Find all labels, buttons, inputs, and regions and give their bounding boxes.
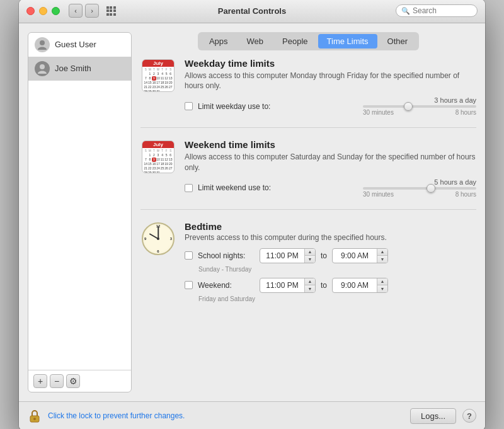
school-nights-end-decrement[interactable]: ▼ <box>377 256 387 263</box>
school-nights-start-time: 11:00 PM <box>260 248 304 263</box>
clock-9: 9 <box>144 237 146 241</box>
weekend-slider-labels: 30 minutes 8 hours <box>363 191 476 198</box>
bedtime-weekend-start-spinner-buttons: ▲ ▼ <box>304 278 315 293</box>
bedtime-section: 12 3 6 9 Bedtime Prevents access to this… <box>140 221 476 307</box>
sidebar: Guest User Joe Smith + − ⚙ <box>28 32 132 392</box>
weekday-checkbox[interactable] <box>185 102 193 110</box>
cal-month-weekday: July <box>142 60 174 67</box>
close-button[interactable] <box>26 7 35 15</box>
weekday-slider-container: 3 hours a day 30 minutes 8 hours <box>275 96 476 116</box>
clock-icon: 12 3 6 9 <box>142 222 175 255</box>
cal-grid-weekend: SMTWTFS 123456 78910111213 1415161718192… <box>142 148 174 173</box>
weekend-calendar-icon: July SMTWTFS 123456 78910111213 14151617… <box>140 139 176 174</box>
weekday-section: July SMTWTFS 123456 78910111213 14151617… <box>140 58 476 117</box>
school-nights-start-spinner[interactable]: 11:00 PM ▲ ▼ <box>260 248 316 263</box>
weekday-limit-label: Limit weekday use to: <box>198 102 270 111</box>
sidebar-item-guest-user[interactable]: Guest User <box>28 33 131 57</box>
sidebar-user-list: Guest User Joe Smith <box>28 33 131 370</box>
svg-point-0 <box>40 40 45 45</box>
divider-1 <box>140 127 476 128</box>
school-nights-end-increment[interactable]: ▲ <box>377 248 387 256</box>
add-user-button[interactable]: + <box>33 374 47 388</box>
weekday-slider-min: 30 minutes <box>363 109 394 116</box>
weekend-title: Weekend time limits <box>185 139 476 150</box>
bedtime-form: Bedtime Prevents access to this computer… <box>185 221 476 307</box>
weekend-limit-label: Limit weekend use to: <box>198 183 271 192</box>
tab-apps[interactable]: Apps <box>200 34 237 49</box>
clock-minute-hand <box>158 226 159 239</box>
tab-web[interactable]: Web <box>238 34 273 49</box>
logs-button[interactable]: Logs... <box>410 408 456 424</box>
school-nights-start-increment[interactable]: ▲ <box>305 248 315 256</box>
bedtime-weekend-start-increment[interactable]: ▲ <box>305 278 315 285</box>
weekend-slider-thumb[interactable] <box>427 184 435 193</box>
help-button[interactable]: ? <box>462 409 476 423</box>
weekend-slider-track[interactable] <box>363 187 476 190</box>
school-nights-start-decrement[interactable]: ▼ <box>305 256 315 263</box>
school-nights-start-spinner-buttons: ▲ ▼ <box>304 248 315 263</box>
weekday-slider-thumb[interactable] <box>404 102 413 111</box>
avatar-guest <box>35 37 50 52</box>
main-window: ‹ › Parental Controls 🔍 <box>19 0 485 429</box>
svg-point-1 <box>40 64 45 69</box>
grid-view-button[interactable] <box>104 4 118 18</box>
divider-2 <box>140 209 476 210</box>
bedtime-weekend-start-decrement[interactable]: ▼ <box>305 285 315 293</box>
maximize-button[interactable] <box>52 7 60 15</box>
weekend-slider-container: 5 hours a day 30 minutes 8 hours <box>276 178 476 198</box>
weekday-desc: Allows access to this computer Monday th… <box>185 71 476 92</box>
school-nights-end-time: 9:00 AM <box>333 248 377 263</box>
bedtime-weekend-start-time: 11:00 PM <box>260 278 304 293</box>
search-box[interactable]: 🔍 <box>396 4 478 17</box>
bedtime-weekend-checkbox[interactable] <box>185 281 193 289</box>
content-area: Guest User Joe Smith + − ⚙ Apps Web <box>19 23 485 401</box>
tab-other[interactable]: Other <box>379 34 417 49</box>
clock-icon-container: 12 3 6 9 <box>140 221 176 256</box>
weekend-checkbox[interactable] <box>185 184 193 192</box>
search-input[interactable] <box>413 6 469 15</box>
minimize-button[interactable] <box>39 7 47 15</box>
school-nights-label: School nights: <box>198 251 255 260</box>
avatar-joe <box>35 61 50 76</box>
guest-user-label: Guest User <box>55 40 96 49</box>
school-nights-sub: Sunday - Thursday <box>185 266 476 273</box>
bedtime-weekend-end-time: 9:00 AM <box>333 278 377 293</box>
svg-point-3 <box>33 418 36 420</box>
forward-button[interactable]: › <box>85 4 99 18</box>
bedtime-weekend-end-decrement[interactable]: ▼ <box>377 285 387 293</box>
clock-6: 6 <box>157 249 159 253</box>
weekday-content: Weekday time limits Allows access to thi… <box>185 58 476 117</box>
weekday-slider-track[interactable] <box>363 105 476 108</box>
weekend-content: Weekend time limits Allows access to thi… <box>185 139 476 198</box>
lock-text[interactable]: Click the lock to prevent further change… <box>48 411 185 420</box>
search-icon: 🔍 <box>401 7 410 15</box>
weekend-slider-min: 30 minutes <box>363 191 394 198</box>
grid-icon <box>106 6 116 16</box>
weekend-slider-max: 8 hours <box>455 191 476 198</box>
traffic-lights <box>26 7 60 15</box>
school-nights-end-spinner-buttons: ▲ ▼ <box>377 248 387 263</box>
weekday-limit-row: Limit weekday use to: 3 hours a day 30 m… <box>185 96 476 116</box>
weekend-slider-value: 5 hours a day <box>434 178 476 186</box>
settings-button[interactable]: ⚙ <box>66 374 80 388</box>
remove-user-button[interactable]: − <box>50 374 64 388</box>
school-nights-checkbox[interactable] <box>185 251 193 260</box>
bedtime-weekend-row: Weekend: 11:00 PM ▲ ▼ to 9:00 AM <box>185 278 476 293</box>
sidebar-item-joe-smith[interactable]: Joe Smith <box>28 57 131 81</box>
cal-month-weekend: July <box>142 141 174 148</box>
school-nights-end-spinner[interactable]: 9:00 AM ▲ ▼ <box>332 248 388 263</box>
tab-time-limits[interactable]: Time Limits <box>318 34 377 49</box>
tab-people[interactable]: People <box>273 34 316 49</box>
bedtime-weekend-start-spinner[interactable]: 11:00 PM ▲ ▼ <box>260 278 316 293</box>
back-button[interactable]: ‹ <box>69 4 83 18</box>
lock-icon[interactable] <box>28 409 42 423</box>
school-nights-row: School nights: 11:00 PM ▲ ▼ to 9:00 AM <box>185 248 476 263</box>
nav-buttons: ‹ › <box>69 4 118 18</box>
calendar-weekend: July SMTWTFS 123456 78910111213 14151617… <box>142 140 175 173</box>
clock-center <box>157 237 159 240</box>
weekday-slider-labels: 30 minutes 8 hours <box>363 109 476 116</box>
titlebar: ‹ › Parental Controls 🔍 <box>19 0 485 23</box>
bottom-bar: Click the lock to prevent further change… <box>19 401 485 430</box>
bedtime-weekend-end-spinner[interactable]: 9:00 AM ▲ ▼ <box>332 278 388 293</box>
bedtime-weekend-end-increment[interactable]: ▲ <box>377 278 387 285</box>
